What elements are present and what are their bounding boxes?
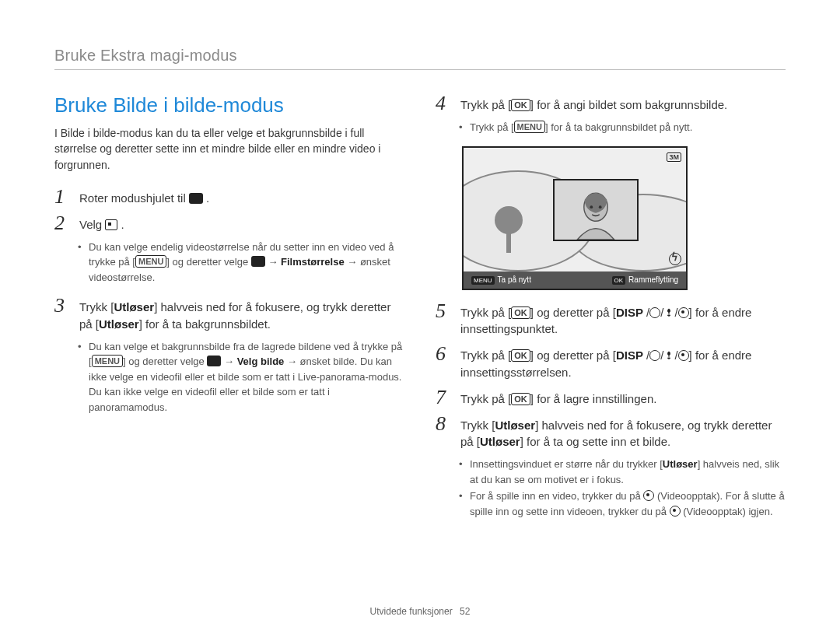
ok-button-label: OK <box>511 393 530 405</box>
tree-shape <box>495 206 523 234</box>
step-8: 8 Trykk [Utløser] halvveis ned for å fok… <box>436 414 786 451</box>
step-number: 6 <box>436 344 453 364</box>
lcd-left-action: MENUTa på nytt <box>471 275 531 284</box>
step-body: Trykk [Utløser] halvveis ned for å fokus… <box>460 414 786 451</box>
camera-icon <box>207 356 221 366</box>
step-2-notes: Du kan velge endelig videostørrelse når … <box>81 240 404 285</box>
list-item: Du kan velge et bakgrunnsbilde fra de la… <box>81 339 404 415</box>
step-body: Trykk på [OK] for å angi bildet som bakg… <box>460 93 727 114</box>
step-1: 1 Roter modushjulet til . <box>54 187 404 207</box>
shutter-label: Utløser <box>663 458 698 470</box>
record-icon <box>643 490 654 501</box>
step-6: 6 Trykk på [OK] og deretter på [DISP ///… <box>436 344 786 381</box>
step-7: 7 Trykk på [OK] for å lagre innstillinge… <box>436 387 786 408</box>
step-4: 4 Trykk på [OK] for å angi bildet som ba… <box>436 93 786 114</box>
list-item: Innsettingsvinduet er større når du tryk… <box>462 457 786 487</box>
section-title: Bruke Bilde i bilde-modus <box>54 93 404 117</box>
breadcrumb: Bruke Ekstra magi-modus <box>54 47 237 64</box>
disp-label: DISP <box>616 306 643 319</box>
right-column: 4 Trykk på [OK] for å angi bildet som ba… <box>436 93 786 530</box>
step-number: 1 <box>54 187 72 207</box>
list-item: Trykk på [MENU] for å ta bakgrunnsbildet… <box>462 120 786 135</box>
list-item: For å spille inn en video, trykker du på… <box>462 489 786 519</box>
menu-button-label: MENU <box>135 255 166 268</box>
step-body: Trykk [Utløser] halvveis ned for å fokus… <box>79 296 404 333</box>
mode-dial-icon <box>189 193 203 204</box>
bold-label: Filmstørrelse <box>281 256 345 268</box>
lcd-bottom-bar: MENUTa på nytt OKRammeflytting <box>464 271 686 289</box>
pip-mode-icon <box>105 219 117 230</box>
shutter-label: Utløser <box>480 435 520 448</box>
bold-label: Velg bilde <box>237 356 285 367</box>
pip-inset-frame <box>553 179 639 241</box>
svg-point-2 <box>599 205 602 208</box>
step-3-notes: Du kan velge et bakgrunnsbilde fra de la… <box>81 339 404 415</box>
macro-icon <box>663 307 674 318</box>
lcd-right-action: OKRammeflytting <box>612 275 678 284</box>
page-number: 52 <box>460 606 470 617</box>
step-number: 2 <box>54 213 72 233</box>
ok-tag: OK <box>612 276 626 285</box>
nav-icon <box>678 307 689 318</box>
page-footer: Utvidede funksjoner 52 <box>0 606 840 617</box>
macro-icon <box>663 350 674 361</box>
step-body: Trykk på [OK] og deretter på [DISP ///] … <box>460 344 786 381</box>
shutter-label: Utløser <box>114 300 154 313</box>
menu-button-label: MENU <box>514 121 545 133</box>
timer-icon <box>649 350 660 361</box>
step-2: 2 Velg . <box>54 213 404 233</box>
step-body: Velg . <box>79 213 124 233</box>
ok-button-label: OK <box>511 99 530 111</box>
step-5: 5 Trykk på [OK] og deretter på [DISP ///… <box>436 301 786 338</box>
page-header: Bruke Ekstra magi-modus <box>54 47 786 70</box>
shutter-label: Utløser <box>99 317 139 331</box>
step-number: 4 <box>436 93 453 114</box>
list-item: Du kan velge endelig videostørrelse når … <box>81 240 404 285</box>
timer-icon <box>649 307 660 318</box>
step-body: Roter modushjulet til . <box>79 187 209 207</box>
ok-button-label: OK <box>511 306 530 319</box>
nav-icon <box>678 350 689 361</box>
step-number: 8 <box>436 414 453 434</box>
intro-text: I Bilde i bilde-modus kan du ta eller ve… <box>54 125 404 173</box>
ok-button-label: OK <box>511 349 530 362</box>
step-number: 7 <box>436 387 453 408</box>
left-column: Bruke Bilde i bilde-modus I Bilde i bild… <box>54 93 404 530</box>
lcd-illustration: 3M MENUTa på nytt <box>462 146 688 290</box>
lcd-frame: 3M MENUTa på nytt <box>462 146 688 290</box>
person-illustration <box>555 180 637 240</box>
step-8-notes: Innsettingsvinduet er større når du tryk… <box>462 457 786 519</box>
footer-section: Utvidede funksjoner <box>370 606 453 617</box>
step-4-notes: Trykk på [MENU] for å ta bakgrunnsbildet… <box>462 120 786 135</box>
step-number: 5 <box>436 301 453 321</box>
step-body: Trykk på [OK] og deretter på [DISP ///] … <box>460 301 786 338</box>
svg-point-1 <box>590 205 593 208</box>
record-icon <box>670 506 681 517</box>
disp-label: DISP <box>616 349 643 362</box>
shutter-label: Utløser <box>495 419 535 432</box>
menu-tag: MENU <box>471 276 495 285</box>
step-number: 3 <box>54 296 72 316</box>
step-3: 3 Trykk [Utløser] halvveis ned for å fok… <box>54 296 404 333</box>
quality-badge: 3M <box>667 152 681 162</box>
flash-icon <box>669 253 681 265</box>
step-body: Trykk på [OK] for å lagre innstillingen. <box>460 387 656 408</box>
video-icon <box>251 256 265 267</box>
content-columns: Bruke Bilde i bilde-modus I Bilde i bild… <box>54 93 786 530</box>
menu-button-label: MENU <box>92 355 123 367</box>
